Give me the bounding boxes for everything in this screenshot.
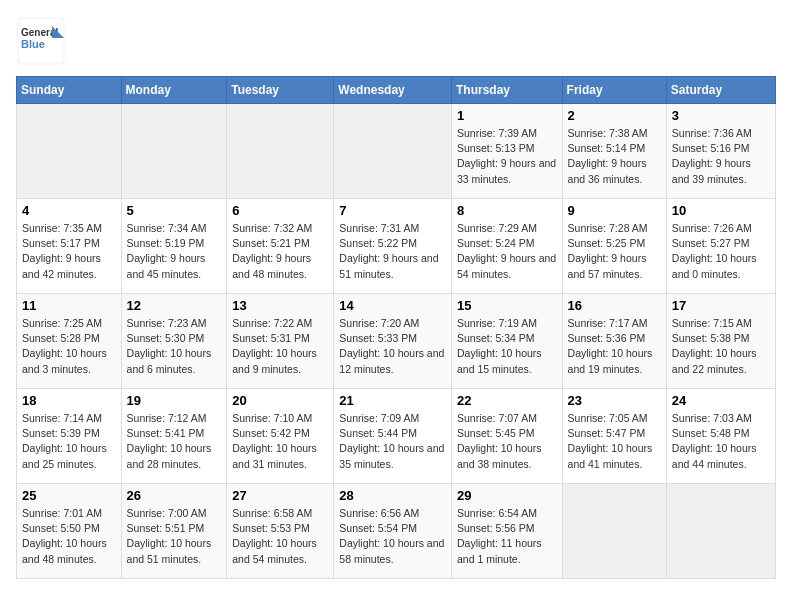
calendar-cell: 9 Sunrise: 7:28 AMSunset: 5:25 PMDayligh… [562, 199, 666, 294]
calendar-cell: 17 Sunrise: 7:15 AMSunset: 5:38 PMDaylig… [666, 294, 775, 389]
day-info: Sunrise: 6:58 AMSunset: 5:53 PMDaylight:… [232, 507, 317, 565]
day-info: Sunrise: 7:20 AMSunset: 5:33 PMDaylight:… [339, 317, 444, 375]
day-info: Sunrise: 7:07 AMSunset: 5:45 PMDaylight:… [457, 412, 542, 470]
day-number: 27 [232, 488, 328, 503]
calendar-cell: 14 Sunrise: 7:20 AMSunset: 5:33 PMDaylig… [334, 294, 452, 389]
day-number: 3 [672, 108, 770, 123]
calendar-cell: 4 Sunrise: 7:35 AMSunset: 5:17 PMDayligh… [17, 199, 122, 294]
day-info: Sunrise: 7:19 AMSunset: 5:34 PMDaylight:… [457, 317, 542, 375]
day-number: 19 [127, 393, 222, 408]
day-number: 8 [457, 203, 557, 218]
day-number: 9 [568, 203, 661, 218]
calendar-cell [666, 484, 775, 579]
calendar-cell: 26 Sunrise: 7:00 AMSunset: 5:51 PMDaylig… [121, 484, 227, 579]
day-number: 14 [339, 298, 446, 313]
day-number: 28 [339, 488, 446, 503]
day-header-wednesday: Wednesday [334, 77, 452, 104]
day-info: Sunrise: 7:31 AMSunset: 5:22 PMDaylight:… [339, 222, 438, 280]
day-info: Sunrise: 7:28 AMSunset: 5:25 PMDaylight:… [568, 222, 648, 280]
calendar-cell: 3 Sunrise: 7:36 AMSunset: 5:16 PMDayligh… [666, 104, 775, 199]
day-number: 13 [232, 298, 328, 313]
calendar-cell: 12 Sunrise: 7:23 AMSunset: 5:30 PMDaylig… [121, 294, 227, 389]
day-number: 25 [22, 488, 116, 503]
calendar-cell [121, 104, 227, 199]
day-number: 16 [568, 298, 661, 313]
day-info: Sunrise: 7:05 AMSunset: 5:47 PMDaylight:… [568, 412, 653, 470]
calendar-header: SundayMondayTuesdayWednesdayThursdayFrid… [17, 77, 776, 104]
day-number: 23 [568, 393, 661, 408]
logo-svg: General Blue [16, 16, 66, 66]
day-info: Sunrise: 7:09 AMSunset: 5:44 PMDaylight:… [339, 412, 444, 470]
day-header-saturday: Saturday [666, 77, 775, 104]
day-info: Sunrise: 7:23 AMSunset: 5:30 PMDaylight:… [127, 317, 212, 375]
calendar-cell: 25 Sunrise: 7:01 AMSunset: 5:50 PMDaylig… [17, 484, 122, 579]
day-number: 7 [339, 203, 446, 218]
calendar-cell: 24 Sunrise: 7:03 AMSunset: 5:48 PMDaylig… [666, 389, 775, 484]
day-info: Sunrise: 7:17 AMSunset: 5:36 PMDaylight:… [568, 317, 653, 375]
day-number: 22 [457, 393, 557, 408]
calendar-week-row: 1 Sunrise: 7:39 AMSunset: 5:13 PMDayligh… [17, 104, 776, 199]
day-number: 12 [127, 298, 222, 313]
calendar-cell: 21 Sunrise: 7:09 AMSunset: 5:44 PMDaylig… [334, 389, 452, 484]
day-info: Sunrise: 7:12 AMSunset: 5:41 PMDaylight:… [127, 412, 212, 470]
calendar-table: SundayMondayTuesdayWednesdayThursdayFrid… [16, 76, 776, 579]
calendar-cell: 29 Sunrise: 6:54 AMSunset: 5:56 PMDaylig… [451, 484, 562, 579]
day-header-tuesday: Tuesday [227, 77, 334, 104]
calendar-week-row: 4 Sunrise: 7:35 AMSunset: 5:17 PMDayligh… [17, 199, 776, 294]
day-header-thursday: Thursday [451, 77, 562, 104]
calendar-cell: 8 Sunrise: 7:29 AMSunset: 5:24 PMDayligh… [451, 199, 562, 294]
day-info: Sunrise: 7:01 AMSunset: 5:50 PMDaylight:… [22, 507, 107, 565]
calendar-cell [334, 104, 452, 199]
day-info: Sunrise: 7:36 AMSunset: 5:16 PMDaylight:… [672, 127, 752, 185]
calendar-cell: 11 Sunrise: 7:25 AMSunset: 5:28 PMDaylig… [17, 294, 122, 389]
days-header-row: SundayMondayTuesdayWednesdayThursdayFrid… [17, 77, 776, 104]
day-info: Sunrise: 6:56 AMSunset: 5:54 PMDaylight:… [339, 507, 444, 565]
day-info: Sunrise: 7:39 AMSunset: 5:13 PMDaylight:… [457, 127, 556, 185]
day-number: 20 [232, 393, 328, 408]
calendar-cell [17, 104, 122, 199]
calendar-cell: 16 Sunrise: 7:17 AMSunset: 5:36 PMDaylig… [562, 294, 666, 389]
calendar-cell [562, 484, 666, 579]
calendar-cell: 2 Sunrise: 7:38 AMSunset: 5:14 PMDayligh… [562, 104, 666, 199]
day-number: 15 [457, 298, 557, 313]
calendar-week-row: 25 Sunrise: 7:01 AMSunset: 5:50 PMDaylig… [17, 484, 776, 579]
calendar-body: 1 Sunrise: 7:39 AMSunset: 5:13 PMDayligh… [17, 104, 776, 579]
day-info: Sunrise: 7:03 AMSunset: 5:48 PMDaylight:… [672, 412, 757, 470]
day-number: 17 [672, 298, 770, 313]
svg-text:Blue: Blue [21, 38, 45, 50]
calendar-cell: 7 Sunrise: 7:31 AMSunset: 5:22 PMDayligh… [334, 199, 452, 294]
day-info: Sunrise: 7:10 AMSunset: 5:42 PMDaylight:… [232, 412, 317, 470]
calendar-cell: 19 Sunrise: 7:12 AMSunset: 5:41 PMDaylig… [121, 389, 227, 484]
calendar-cell: 20 Sunrise: 7:10 AMSunset: 5:42 PMDaylig… [227, 389, 334, 484]
calendar-cell: 23 Sunrise: 7:05 AMSunset: 5:47 PMDaylig… [562, 389, 666, 484]
calendar-cell: 15 Sunrise: 7:19 AMSunset: 5:34 PMDaylig… [451, 294, 562, 389]
day-number: 4 [22, 203, 116, 218]
day-header-sunday: Sunday [17, 77, 122, 104]
day-header-monday: Monday [121, 77, 227, 104]
day-info: Sunrise: 7:34 AMSunset: 5:19 PMDaylight:… [127, 222, 207, 280]
day-number: 6 [232, 203, 328, 218]
calendar-cell: 18 Sunrise: 7:14 AMSunset: 5:39 PMDaylig… [17, 389, 122, 484]
calendar-cell: 5 Sunrise: 7:34 AMSunset: 5:19 PMDayligh… [121, 199, 227, 294]
day-info: Sunrise: 7:29 AMSunset: 5:24 PMDaylight:… [457, 222, 556, 280]
day-info: Sunrise: 7:15 AMSunset: 5:38 PMDaylight:… [672, 317, 757, 375]
day-info: Sunrise: 7:26 AMSunset: 5:27 PMDaylight:… [672, 222, 757, 280]
header: General Blue [16, 16, 776, 66]
day-info: Sunrise: 7:00 AMSunset: 5:51 PMDaylight:… [127, 507, 212, 565]
day-info: Sunrise: 7:38 AMSunset: 5:14 PMDaylight:… [568, 127, 648, 185]
day-number: 18 [22, 393, 116, 408]
day-info: Sunrise: 7:32 AMSunset: 5:21 PMDaylight:… [232, 222, 312, 280]
calendar-cell: 27 Sunrise: 6:58 AMSunset: 5:53 PMDaylig… [227, 484, 334, 579]
day-number: 24 [672, 393, 770, 408]
day-number: 2 [568, 108, 661, 123]
day-number: 29 [457, 488, 557, 503]
calendar-cell: 28 Sunrise: 6:56 AMSunset: 5:54 PMDaylig… [334, 484, 452, 579]
calendar-cell: 13 Sunrise: 7:22 AMSunset: 5:31 PMDaylig… [227, 294, 334, 389]
day-info: Sunrise: 7:22 AMSunset: 5:31 PMDaylight:… [232, 317, 317, 375]
logo: General Blue [16, 16, 66, 66]
day-info: Sunrise: 7:14 AMSunset: 5:39 PMDaylight:… [22, 412, 107, 470]
day-number: 5 [127, 203, 222, 218]
day-number: 26 [127, 488, 222, 503]
calendar-cell: 22 Sunrise: 7:07 AMSunset: 5:45 PMDaylig… [451, 389, 562, 484]
calendar-cell [227, 104, 334, 199]
